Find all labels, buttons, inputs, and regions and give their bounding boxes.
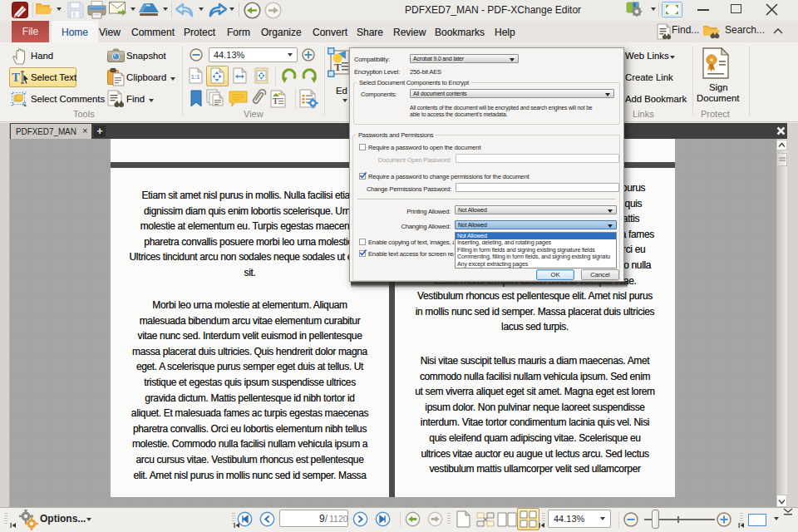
svg-text:T: T — [12, 71, 20, 84]
svg-text:T: T — [273, 96, 278, 106]
svg-text:T: T — [334, 61, 342, 73]
svg-text:1:1: 1:1 — [191, 73, 201, 81]
